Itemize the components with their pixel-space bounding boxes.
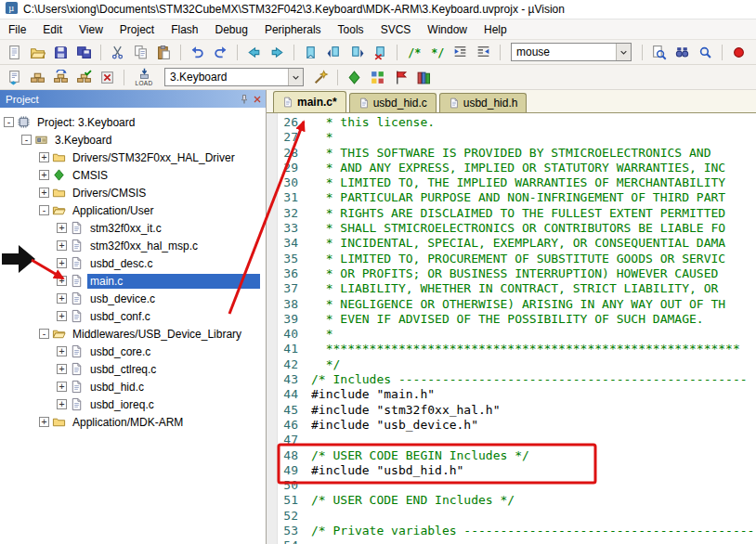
code-line-49[interactable]: 49#include "usbd_hid.h": [278, 463, 756, 478]
bookmark-icon[interactable]: [300, 42, 321, 63]
line-number[interactable]: 53: [278, 524, 311, 538]
code-line-36[interactable]: 36 * OR PROFITS; OR BUSINESS INTERRUPTIO…: [278, 266, 756, 281]
code-line-53[interactable]: 53/* Private variables -----------------…: [278, 524, 756, 538]
tab-main-c[interactable]: main.c*: [273, 91, 346, 112]
menu-item-view[interactable]: View: [71, 20, 111, 39]
menu-item-tools[interactable]: Tools: [330, 20, 372, 39]
undo-icon[interactable]: [187, 42, 208, 63]
collapse-icon[interactable]: -: [4, 117, 14, 127]
tab-usbd-hid-h[interactable]: usbd_hid.h: [439, 93, 528, 112]
expand-icon[interactable]: +: [57, 382, 67, 392]
line-number[interactable]: 47: [278, 433, 311, 447]
menu-item-edit[interactable]: Edit: [34, 20, 71, 39]
code-line-45[interactable]: 45#include "stm32f0xx_hal.h": [278, 403, 756, 418]
expand-icon[interactable]: +: [57, 364, 67, 374]
bookmark-clear-icon[interactable]: [370, 42, 391, 63]
expand-icon[interactable]: +: [57, 276, 67, 286]
tree-item-drivers-stm32f0xx-hal-driver[interactable]: +Drivers/STM32F0xx_HAL_Driver: [0, 149, 266, 166]
code-line-47[interactable]: 47: [278, 433, 756, 447]
code-line-50[interactable]: 50: [278, 478, 756, 493]
pin-icon[interactable]: [239, 94, 250, 105]
code-line-31[interactable]: 31 * PARTICULAR PURPOSE AND NON-INFRINGE…: [278, 190, 756, 205]
rebuild-icon[interactable]: [50, 67, 72, 88]
expand-icon[interactable]: +: [39, 170, 49, 180]
code-editor[interactable]: 26 * this license.27 *28 * THIS SOFTWARE…: [267, 113, 756, 544]
open-icon[interactable]: [27, 42, 48, 63]
line-number[interactable]: 42: [278, 357, 311, 372]
indent-icon[interactable]: [450, 42, 471, 63]
expand-icon[interactable]: +: [39, 152, 49, 162]
line-number[interactable]: 35: [278, 252, 311, 266]
line-number[interactable]: 30: [278, 175, 311, 190]
line-number[interactable]: 41: [278, 342, 311, 356]
tab-usbd-hid-c[interactable]: usbd_hid.c: [349, 93, 437, 112]
target-combobox[interactable]: 3.Keyboard: [164, 68, 304, 86]
menu-item-project[interactable]: Project: [111, 20, 163, 39]
code-line-27[interactable]: 27 *: [278, 130, 756, 145]
outdent-icon[interactable]: [473, 42, 494, 63]
cut-icon[interactable]: [107, 42, 128, 63]
line-number[interactable]: 28: [278, 146, 311, 161]
line-number[interactable]: 36: [278, 266, 311, 281]
line-number[interactable]: 34: [278, 236, 311, 251]
incremental-find-icon[interactable]: [695, 42, 716, 63]
code-line-39[interactable]: 39 * EVEN IF ADVISED OF THE POSSIBILITY …: [278, 312, 756, 327]
navigate-back-icon[interactable]: [243, 42, 265, 63]
code-line-29[interactable]: 29 * AND ANY EXPRESS, IMPLIED OR STATUTO…: [278, 161, 756, 175]
tree-item-cmsis[interactable]: +CMSIS: [0, 166, 266, 184]
menu-item-help[interactable]: Help: [476, 20, 515, 39]
breakpoint-icon[interactable]: [728, 42, 749, 63]
tree-item-project-3-keyboard[interactable]: -Project: 3.Keyboard: [0, 113, 266, 131]
find-in-files-icon[interactable]: [648, 42, 670, 63]
uncomment-icon[interactable]: */: [426, 42, 448, 63]
code-line-54[interactable]: 54: [278, 538, 756, 544]
code-line-30[interactable]: 30 * LIMITED TO, THE IMPLIED WARRANTIES …: [278, 175, 756, 190]
translate-icon[interactable]: [4, 67, 25, 88]
menu-item-peripherals[interactable]: Peripherals: [256, 20, 330, 39]
chevron-down-icon[interactable]: [288, 69, 303, 85]
code-line-51[interactable]: 51/* USER CODE END Includes */: [278, 493, 756, 508]
batch-build-icon[interactable]: [73, 67, 95, 88]
breakpoint-disable-icon[interactable]: [751, 42, 756, 63]
menu-item-svcs[interactable]: SVCS: [372, 20, 420, 39]
code-line-52[interactable]: 52: [278, 509, 756, 524]
tree-item-usbd-ioreq-c[interactable]: +usbd_ioreq.c: [0, 395, 266, 413]
tree-item-usbd-core-c[interactable]: +usbd_core.c: [0, 343, 266, 360]
code-line-42[interactable]: 42 */: [278, 357, 756, 372]
flag-icon[interactable]: [390, 67, 411, 88]
line-number[interactable]: 40: [278, 327, 311, 342]
comment-icon[interactable]: /*: [403, 42, 424, 63]
books-icon[interactable]: [413, 67, 435, 88]
tree-item-main-c[interactable]: +main.c: [0, 272, 266, 290]
code-area[interactable]: 26 * this license.27 *28 * THIS SOFTWARE…: [278, 113, 756, 544]
collapse-icon[interactable]: -: [21, 135, 32, 145]
line-number[interactable]: 48: [278, 448, 311, 463]
tree-item-middlewares-usb-device-library[interactable]: -Middlewares/USB_Device_Library: [0, 325, 266, 343]
line-number[interactable]: 33: [278, 221, 311, 236]
line-number[interactable]: 31: [278, 190, 311, 205]
save-all-icon[interactable]: [73, 42, 95, 63]
tree-item-usb-device-c[interactable]: +usb_device.c: [0, 290, 266, 307]
code-line-43[interactable]: 43/* Includes --------------------------…: [278, 372, 756, 387]
tree-item-usbd-hid-c[interactable]: +usbd_hid.c: [0, 378, 266, 395]
close-icon[interactable]: [252, 94, 263, 105]
code-line-40[interactable]: 40 *: [278, 327, 756, 342]
collapse-icon[interactable]: -: [39, 329, 49, 339]
line-number[interactable]: 38: [278, 297, 311, 312]
stop-build-icon[interactable]: [97, 67, 118, 88]
line-number[interactable]: 27: [278, 130, 311, 145]
tree-item-application-mdk-arm[interactable]: +Application/MDK-ARM: [0, 413, 266, 431]
options-target-icon[interactable]: [310, 67, 332, 88]
code-line-44[interactable]: 44#include "main.h": [278, 387, 756, 402]
collapse-icon[interactable]: -: [39, 205, 49, 215]
code-line-35[interactable]: 35 * LIMITED TO, PROCUREMENT OF SUBSTITU…: [278, 252, 756, 266]
code-line-34[interactable]: 34 * INCIDENTAL, SPECIAL, EXEMPLARY, OR …: [278, 236, 756, 251]
line-number[interactable]: 44: [278, 387, 311, 402]
line-number[interactable]: 37: [278, 281, 311, 296]
menu-item-flash[interactable]: Flash: [163, 20, 206, 39]
expand-icon[interactable]: +: [57, 223, 67, 233]
line-number[interactable]: 43: [278, 372, 311, 387]
navigate-forward-icon[interactable]: [267, 42, 288, 63]
expand-icon[interactable]: +: [57, 240, 67, 251]
expand-icon[interactable]: +: [57, 258, 67, 268]
